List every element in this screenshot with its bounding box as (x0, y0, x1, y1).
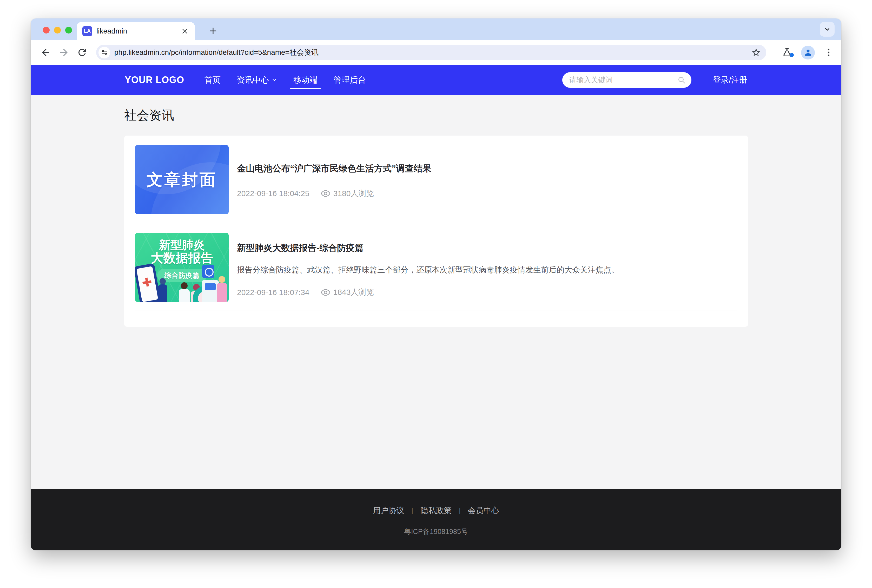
browser-menu-button[interactable] (824, 48, 833, 57)
forward-icon (59, 47, 69, 58)
tab-favicon: LA (83, 26, 92, 36)
chevron-down-icon (272, 77, 277, 83)
nav-item-label: 移动端 (293, 65, 318, 95)
close-window-button[interactable] (43, 27, 50, 33)
profile-avatar (801, 46, 815, 60)
bookmark-star-button[interactable] (751, 48, 761, 57)
tab-strip-chevron-button[interactable] (820, 22, 834, 37)
tab-strip: LA likeadmin (31, 18, 841, 40)
article-thumbnail[interactable]: 文章封面 (135, 145, 229, 214)
tab-title: likeadmin (96, 27, 180, 35)
footer-link-member-center[interactable]: 会员中心 (468, 506, 499, 516)
nav-item-news-center[interactable]: 资讯中心 (237, 65, 277, 95)
thumbnail-title-line2: 大数据报告 (135, 251, 229, 265)
login-register-link[interactable]: 登录/注册 (713, 75, 747, 86)
eye-icon (321, 289, 330, 296)
article-date: 2022-09-16 18:07:34 (237, 288, 309, 297)
views-text: 1843人浏览 (333, 287, 374, 298)
article-row[interactable]: 新型肺炎 大数据报告 综合防疫篇 新型肺炎大数据报告-综合防疫篇 (135, 224, 737, 311)
experiments-button[interactable] (782, 47, 792, 58)
active-nav-underline (290, 88, 321, 89)
article-meta: 2022-09-16 18:04:25 3180人浏览 (237, 188, 737, 199)
article-description: 报告分综合防疫篇、武汉篇、拒绝野味篇三个部分，还原本次新型冠状病毒肺炎疫情发生前… (237, 265, 737, 275)
footer-link-user-agreement[interactable]: 用户协议 (373, 506, 404, 516)
thumbnail-illustration-person (179, 289, 190, 302)
nav-item-label: 首页 (204, 65, 221, 95)
thumbnail-cover-text: 文章封面 (147, 169, 217, 190)
footer-divider: | (459, 507, 461, 515)
site-header: YOUR LOGO 首页 资讯中心 移动端 管理后台 登录/注册 (31, 65, 841, 95)
footer-links: 用户协议 | 隐私政策 | 会员中心 (373, 506, 499, 516)
views-count: 3180人浏览 (321, 188, 374, 199)
site-logo[interactable]: YOUR LOGO (125, 75, 184, 86)
footer-link-privacy-policy[interactable]: 隐私政策 (420, 506, 452, 516)
browser-window: LA likeadmin (31, 18, 841, 550)
site-footer: 用户协议 | 隐私政策 | 会员中心 粤ICP备19081985号 (31, 489, 841, 550)
article-row[interactable]: 文章封面 金山电池公布“沪广深市民绿色生活方式”调查结果 2022-09-16 … (135, 136, 737, 224)
red-cross-icon (142, 277, 152, 287)
article-title[interactable]: 新型肺炎大数据报告-综合防疫篇 (237, 243, 737, 253)
article-list-card: 文章封面 金山电池公布“沪广深市民绿色生活方式”调查结果 2022-09-16 … (124, 136, 748, 327)
browser-toolbar: php.likeadmin.cn/pc/information/default?… (31, 40, 841, 65)
article-title[interactable]: 金山电池公布“沪广深市民绿色生活方式”调查结果 (237, 163, 737, 174)
chevron-down-icon (824, 26, 831, 33)
person-icon (804, 48, 812, 57)
thumbnail-illustration-fingerprint (202, 265, 214, 278)
nav-item-label: 管理后台 (334, 65, 366, 95)
footer-divider: | (411, 507, 413, 515)
zoom-window-button[interactable] (65, 27, 72, 33)
icp-record-text: 粤ICP备19081985号 (404, 527, 468, 536)
views-text: 3180人浏览 (333, 188, 374, 199)
page-title: 社会资讯 (124, 107, 748, 124)
star-icon (751, 48, 761, 57)
nav-item-home[interactable]: 首页 (204, 65, 221, 95)
main-nav: 首页 资讯中心 移动端 管理后台 (204, 65, 366, 95)
url-text[interactable]: php.likeadmin.cn/pc/information/default?… (114, 48, 751, 57)
search-icon[interactable] (677, 76, 686, 84)
nav-item-label: 资讯中心 (237, 65, 269, 95)
article-meta: 2022-09-16 18:07:34 1843人浏览 (237, 287, 737, 298)
thumbnail-illustration-machine (202, 280, 219, 302)
browser-tab[interactable]: LA likeadmin (77, 22, 195, 40)
tab-close-icon[interactable] (180, 27, 189, 36)
reload-icon (77, 47, 87, 58)
thumbnail-illustration-person (158, 284, 167, 302)
experiments-badge-dot (789, 53, 794, 57)
new-tab-button[interactable] (205, 23, 221, 39)
search-input[interactable] (569, 76, 677, 84)
reload-button[interactable] (75, 45, 89, 60)
search-box[interactable] (562, 72, 692, 88)
thumbnail-title-line1: 新型肺炎 (135, 238, 229, 251)
site-settings-icon[interactable] (99, 47, 110, 58)
main-content: 社会资讯 文章封面 金山电池公布“沪广深市民绿色生活方式”调查结果 2022-0… (31, 95, 841, 489)
article-date: 2022-09-16 18:04:25 (237, 189, 309, 198)
forward-button[interactable] (57, 45, 71, 60)
views-count: 1843人浏览 (321, 287, 374, 298)
three-dots-icon (824, 48, 833, 57)
minimize-window-button[interactable] (54, 27, 61, 33)
back-button[interactable] (39, 45, 53, 60)
article-thumbnail[interactable]: 新型肺炎 大数据报告 综合防疫篇 (135, 233, 229, 302)
nav-item-admin[interactable]: 管理后台 (334, 65, 366, 95)
profile-button[interactable] (801, 46, 815, 60)
traffic-lights (43, 27, 72, 33)
thumbnail-illustration-person (217, 283, 227, 302)
nav-item-mobile[interactable]: 移动端 (293, 65, 318, 95)
back-icon (40, 47, 51, 58)
eye-icon (321, 190, 330, 197)
url-bar[interactable]: php.likeadmin.cn/pc/information/default?… (96, 45, 766, 60)
